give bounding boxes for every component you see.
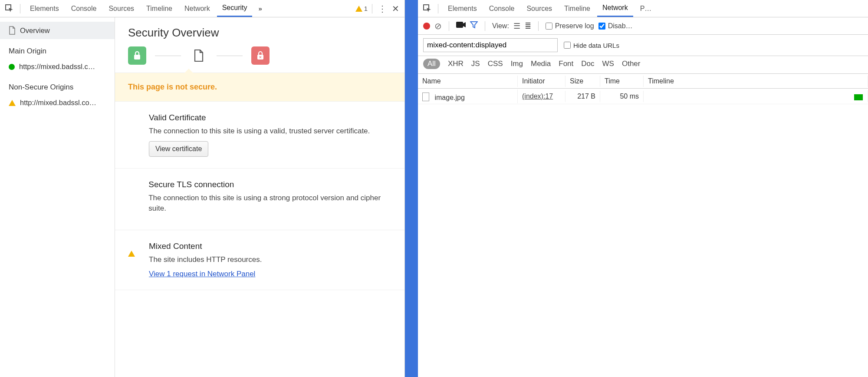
cell-name: image.jpg bbox=[418, 89, 518, 103]
block-text: The site includes HTTP resources. bbox=[149, 255, 262, 265]
filter-type-js[interactable]: JS bbox=[471, 60, 480, 68]
nonsecure-heading: Non-Secure Origins bbox=[0, 75, 115, 94]
security-overview-title: Security Overview bbox=[115, 26, 404, 46]
tab-sources[interactable]: Sources bbox=[103, 0, 139, 17]
nonsecure-url: http://mixed.badssl.co… bbox=[20, 99, 96, 107]
tab-sources[interactable]: Sources bbox=[521, 0, 557, 17]
network-toolbar: ⊘ View: ☰ ≣ Preserve log Disab… bbox=[418, 17, 868, 35]
tab-elements[interactable]: Elements bbox=[443, 0, 482, 17]
annotation-divider bbox=[405, 0, 418, 377]
network-filterbar: Hide data URLs bbox=[418, 35, 868, 56]
tab-console[interactable]: Console bbox=[66, 0, 102, 17]
filter-type-other[interactable]: Other bbox=[622, 60, 641, 68]
preserve-log-input[interactable] bbox=[546, 23, 552, 30]
record-icon[interactable] bbox=[423, 23, 430, 30]
state-secure-icon bbox=[128, 46, 146, 65]
view-in-network-link[interactable]: View 1 request in Network Panel bbox=[149, 270, 255, 278]
devtools-right-pane: Elements Console Sources Timeline Networ… bbox=[418, 0, 868, 377]
state-page-icon bbox=[190, 46, 208, 65]
hide-data-urls-checkbox[interactable]: Hide data URLs bbox=[564, 42, 619, 49]
page-icon bbox=[9, 26, 16, 35]
view-large-icon[interactable]: ☰ bbox=[513, 21, 520, 31]
view-certificate-button[interactable]: View certificate bbox=[149, 141, 208, 157]
cell-time: 50 ms bbox=[600, 91, 644, 102]
security-main: Security Overview ✕ This page is not sec… bbox=[115, 17, 404, 377]
filter-type-img[interactable]: Img bbox=[511, 60, 523, 68]
sidebar-item-nonsecure-origin[interactable]: http://mixed.badssl.co… bbox=[0, 94, 115, 111]
filter-type-doc[interactable]: Doc bbox=[581, 60, 594, 68]
cell-initiator[interactable]: (index):17 bbox=[518, 91, 566, 102]
warning-icon bbox=[355, 6, 362, 12]
network-columns: Name Initiator Size Time Timeline bbox=[418, 74, 868, 89]
tab-truncated[interactable]: P… bbox=[635, 0, 657, 17]
filter-icon[interactable] bbox=[470, 21, 478, 31]
tabs-overflow[interactable]: » bbox=[254, 5, 266, 12]
tab-network[interactable]: Network bbox=[179, 0, 215, 17]
divider bbox=[372, 4, 372, 13]
close-icon[interactable]: ✕ bbox=[390, 3, 401, 14]
block-mixed-content: Mixed Content The site includes HTTP res… bbox=[115, 230, 404, 290]
network-row[interactable]: image.jpg (index):17 217 B 50 ms bbox=[418, 89, 868, 104]
tab-console[interactable]: Console bbox=[484, 0, 520, 17]
filter-types-row: All XHR JS CSS Img Media Font Doc WS Oth… bbox=[418, 56, 868, 74]
security-sidebar: Overview Main Origin https://mixed.badss… bbox=[0, 17, 115, 377]
screenshot-icon[interactable] bbox=[456, 21, 466, 30]
warnings-badge[interactable]: 1 bbox=[355, 5, 368, 12]
svg-rect-5 bbox=[456, 22, 463, 28]
disable-cache-checkbox[interactable]: Disab… bbox=[598, 22, 633, 30]
secure-dot-icon bbox=[9, 64, 15, 70]
sidebar-item-main-origin[interactable]: https://mixed.badssl.c… bbox=[0, 58, 115, 75]
block-title: Mixed Content bbox=[149, 241, 262, 251]
hide-data-urls-input[interactable] bbox=[564, 42, 571, 49]
tab-timeline[interactable]: Timeline bbox=[141, 0, 178, 17]
hide-data-urls-label: Hide data URLs bbox=[573, 42, 619, 49]
disable-cache-label: Disab… bbox=[608, 22, 633, 30]
block-text: The connection to this site is using a v… bbox=[149, 126, 370, 137]
left-tabbar: Elements Console Sources Timeline Networ… bbox=[0, 0, 404, 17]
inspect-icon[interactable] bbox=[3, 3, 16, 15]
svg-rect-1 bbox=[134, 55, 140, 60]
clear-icon[interactable]: ⊘ bbox=[434, 21, 442, 31]
preserve-log-label: Preserve log bbox=[555, 22, 594, 30]
filter-type-ws[interactable]: WS bbox=[602, 60, 614, 68]
kebab-menu-icon[interactable]: ⋮ bbox=[377, 3, 388, 14]
disable-cache-input[interactable] bbox=[598, 23, 605, 30]
view-label: View: bbox=[492, 22, 509, 30]
preserve-log-checkbox[interactable]: Preserve log bbox=[546, 22, 594, 30]
filter-type-xhr[interactable]: XHR bbox=[448, 60, 464, 68]
view-small-icon[interactable]: ≣ bbox=[525, 21, 531, 31]
overview-label: Overview bbox=[20, 26, 50, 35]
col-size[interactable]: Size bbox=[566, 76, 600, 87]
divider bbox=[20, 4, 20, 13]
block-valid-cert: Valid Certificate The connection to this… bbox=[115, 102, 404, 169]
tab-network[interactable]: Network bbox=[597, 0, 633, 17]
block-title: Secure TLS connection bbox=[148, 180, 391, 189]
cell-size: 217 B bbox=[566, 91, 600, 102]
svg-text:✕: ✕ bbox=[259, 55, 262, 60]
tab-timeline[interactable]: Timeline bbox=[559, 0, 595, 17]
filter-type-font[interactable]: Font bbox=[559, 60, 573, 68]
warning-icon bbox=[128, 243, 135, 257]
file-icon bbox=[422, 93, 429, 101]
warnings-count: 1 bbox=[364, 5, 368, 12]
insecure-banner: This page is not secure. bbox=[115, 73, 404, 102]
devtools-left-pane: Elements Console Sources Timeline Networ… bbox=[0, 0, 405, 377]
block-text: The connection to this site is using a s… bbox=[148, 193, 391, 214]
sidebar-item-overview[interactable]: Overview bbox=[0, 22, 115, 39]
block-title: Valid Certificate bbox=[149, 113, 370, 122]
security-state-row: ✕ bbox=[115, 46, 404, 65]
filter-input[interactable] bbox=[423, 38, 558, 52]
filter-type-css[interactable]: CSS bbox=[488, 60, 503, 68]
right-tabbar: Elements Console Sources Timeline Networ… bbox=[418, 0, 868, 17]
col-timeline[interactable]: Timeline bbox=[644, 76, 868, 87]
col-time[interactable]: Time bbox=[600, 76, 644, 87]
col-initiator[interactable]: Initiator bbox=[518, 76, 566, 87]
filter-type-media[interactable]: Media bbox=[531, 60, 551, 68]
cell-timeline bbox=[644, 90, 868, 102]
inspect-icon[interactable] bbox=[421, 3, 434, 15]
filter-type-all[interactable]: All bbox=[423, 59, 440, 69]
col-name[interactable]: Name bbox=[418, 76, 518, 87]
main-origin-heading: Main Origin bbox=[0, 39, 115, 58]
tab-elements[interactable]: Elements bbox=[25, 0, 64, 17]
tab-security[interactable]: Security bbox=[217, 0, 253, 17]
